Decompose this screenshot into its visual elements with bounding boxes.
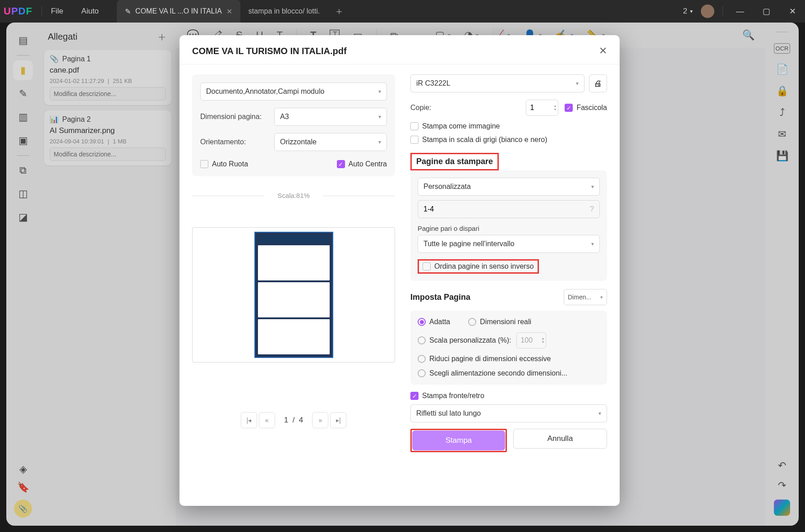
pager-prev[interactable]: « <box>259 412 275 428</box>
print-button[interactable]: Stampa <box>412 431 505 450</box>
preview-pager: |◂ « 1 / 4 » ▸| <box>192 412 395 428</box>
fit-radio[interactable]: Adatta <box>418 318 450 326</box>
shrink-radio[interactable]: Riduci pagine di dimensioni eccessive <box>418 355 600 363</box>
odd-even-label: Pagine pari o dispari <box>418 225 600 232</box>
close-icon[interactable]: ✕ <box>226 7 232 16</box>
pager-last[interactable]: ▸| <box>330 412 346 428</box>
print-as-image-checkbox[interactable]: Stampa come immagine <box>410 122 607 130</box>
page-setup-select[interactable]: Dimen... <box>564 289 607 305</box>
print-dialog: COME VA IL TURISMO IN ITALIA.pdf ✕ Docum… <box>179 35 620 506</box>
titlebar: UPDF File Aiuto ✎ COME VA IL ...O IN ITA… <box>0 0 805 23</box>
auto-rotate-checkbox[interactable]: Auto Ruota <box>200 160 248 168</box>
orientation-select[interactable]: Orizzontale <box>274 133 387 151</box>
actual-size-radio[interactable]: Dimensioni reali <box>468 318 531 326</box>
pages-range-input[interactable]: 1-4? <box>418 200 600 218</box>
copies-label: Copie: <box>410 104 431 112</box>
flip-select[interactable]: Rifletti sul lato lungo <box>410 404 607 422</box>
scale-label: Scala:81% <box>192 192 395 199</box>
help-icon[interactable]: ? <box>590 205 594 213</box>
orientation-label: Orientamento: <box>200 138 268 146</box>
close-window-button[interactable]: ✕ <box>783 6 801 16</box>
printer-icon: 🖨 <box>594 79 602 88</box>
pager-next[interactable]: » <box>312 412 328 428</box>
collate-checkbox[interactable]: ✓Fascicola <box>565 104 607 112</box>
reverse-order-checkbox[interactable]: Ordina pagine in senso inverso <box>423 262 534 271</box>
dialog-close-button[interactable]: ✕ <box>599 45 607 57</box>
content-select[interactable]: Documento,Annotator,Campi modulo <box>200 83 387 101</box>
menu-file[interactable]: File <box>42 7 72 16</box>
dialog-title: COME VA IL TURISMO IN ITALIA.pdf <box>192 46 347 56</box>
grayscale-checkbox[interactable]: Stampa in scala di grigi (bianco e nero) <box>410 136 607 144</box>
print-preview <box>192 227 395 362</box>
pager-first[interactable]: |◂ <box>241 412 257 428</box>
cancel-button[interactable]: Annulla <box>513 429 607 449</box>
custom-scale-input[interactable]: 100 <box>516 332 546 349</box>
tab-label: stampa in blocco/ lotti. <box>248 7 320 15</box>
printer-properties-button[interactable]: 🖨 <box>589 74 607 92</box>
page-dim-label: Dimensioni pagina: <box>200 113 268 121</box>
page-setup-title: Imposta Pagina <box>410 293 470 302</box>
tab-label: COME VA IL ...O IN ITALIA <box>135 7 222 15</box>
page-dim-select[interactable]: A3 <box>274 108 387 126</box>
window-count[interactable]: 2▾ <box>683 7 693 16</box>
pager-current: 1 <box>284 416 288 424</box>
paper-source-radio[interactable]: Scegli alimentazione secondo dimensioni.… <box>418 369 600 377</box>
minimize-button[interactable]: — <box>731 7 749 16</box>
menu-help[interactable]: Aiuto <box>72 7 108 16</box>
maximize-button[interactable]: ▢ <box>757 6 775 16</box>
odd-even-select[interactable]: Tutte le pagine nell'intervallo <box>418 235 600 253</box>
app-logo: UPDF <box>4 5 32 17</box>
pencil-icon: ✎ <box>125 7 131 16</box>
pages-mode-select[interactable]: Personalizzata <box>418 178 600 196</box>
avatar[interactable] <box>701 5 714 18</box>
tab-inactive[interactable]: stampa in blocco/ lotti. <box>240 0 328 23</box>
pager-total: 4 <box>299 416 303 424</box>
tab-add-button[interactable]: ＋ <box>328 5 350 18</box>
tab-active[interactable]: ✎ COME VA IL ...O IN ITALIA ✕ <box>117 0 240 23</box>
auto-center-checkbox[interactable]: ✓Auto Centra <box>337 160 387 168</box>
duplex-checkbox[interactable]: ✓Stampa fronte/retro <box>410 392 607 400</box>
custom-scale-radio[interactable]: Scala personalizzata (%): <box>418 336 511 344</box>
copies-input[interactable]: 1 <box>526 100 558 116</box>
pages-section-title: Pagine da stampare <box>416 157 493 166</box>
printer-select[interactable]: iR C3222L <box>410 74 584 92</box>
